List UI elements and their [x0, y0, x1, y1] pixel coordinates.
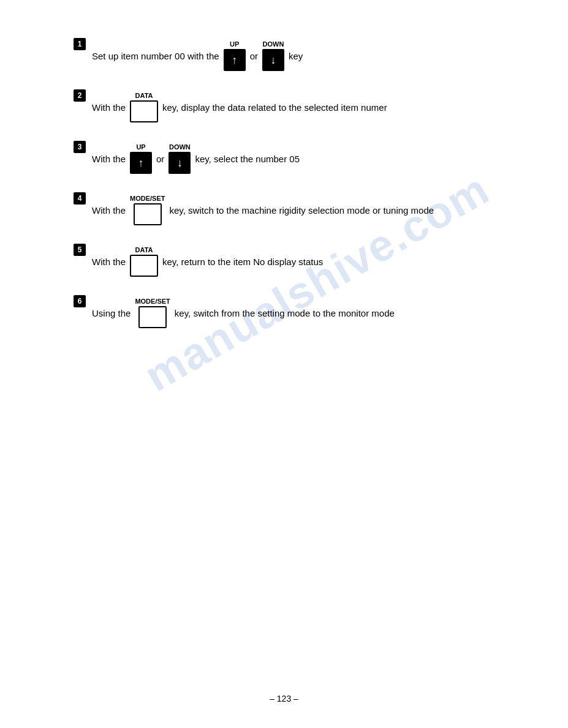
modeset-label-6: MODE/SET	[135, 298, 170, 305]
step-1-suffix: key	[289, 50, 303, 62]
step-6-row: Using the MODE/SET key, switch from the …	[92, 298, 395, 328]
step-1-row: Set up item number 00 with the UP ↑ or D…	[92, 40, 303, 71]
data-label-2: DATA	[135, 92, 153, 99]
data-label-5: DATA	[135, 246, 153, 253]
step-1-body: Set up item number 00 with the UP ↑ or D…	[92, 37, 303, 71]
step-5-prefix: With the	[92, 255, 126, 268]
step-1-or: or	[250, 50, 258, 62]
step-number-2: 2	[74, 89, 86, 102]
step-5: 5 With the DATA key, return to the item …	[74, 242, 519, 277]
step-number-3: 3	[74, 141, 86, 153]
page-content: manualshive.com 1 Set up item number 00 …	[0, 0, 568, 382]
down-label-1: DOWN	[263, 40, 284, 48]
modeset-key-4	[134, 203, 162, 225]
data-key-btn-5: DATA	[130, 246, 158, 277]
up-key-1: ↑	[224, 49, 246, 71]
down-key-btn-3: DOWN ↓	[169, 143, 191, 174]
step-3-prefix: With the	[92, 152, 126, 165]
down-key-btn-1: DOWN ↓	[262, 40, 284, 71]
up-label-1: UP	[230, 40, 239, 48]
step-2-prefix: With the	[92, 101, 126, 114]
step-4-prefix: With the	[92, 204, 126, 217]
step-3-suffix: key, select the number 05	[195, 152, 300, 165]
modeset-key-btn-4: MODE/SET	[130, 195, 165, 225]
modeset-label-4: MODE/SET	[130, 195, 165, 202]
step-number-6: 6	[74, 295, 86, 307]
up-key-btn-3: UP ↑	[130, 143, 152, 174]
step-number-5: 5	[74, 244, 86, 256]
step-6: 6 Using the MODE/SET key, switch from th…	[74, 294, 519, 328]
step-2: 2 With the DATA key, display the data re…	[74, 88, 519, 122]
data-key-2	[130, 100, 158, 122]
modeset-key-btn-6: MODE/SET	[135, 298, 170, 328]
step-4-body: With the MODE/SET key, switch to the mac…	[92, 191, 434, 225]
step-3-body: With the UP ↑ or DOWN ↓ key, select the …	[92, 140, 300, 174]
data-key-5	[130, 255, 158, 277]
step-2-body: With the DATA key, display the data rela…	[92, 88, 387, 122]
step-5-suffix: key, return to the item No display statu…	[162, 255, 323, 268]
step-5-row: With the DATA key, return to the item No…	[92, 246, 323, 277]
step-4-suffix: key, switch to the machine rigidity sele…	[169, 204, 434, 217]
step-3-row: With the UP ↑ or DOWN ↓ key, select the …	[92, 143, 300, 174]
step-2-suffix: key, display the data related to the sel…	[162, 101, 387, 114]
step-5-body: With the DATA key, return to the item No…	[92, 242, 323, 277]
step-4: 4 With the MODE/SET key, switch to the m…	[74, 191, 519, 225]
step-6-body: Using the MODE/SET key, switch from the …	[92, 294, 395, 328]
step-1: 1 Set up item number 00 with the UP ↑ or…	[74, 37, 519, 71]
step-6-suffix: key, switch from the setting mode to the…	[175, 307, 395, 320]
up-key-btn-1: UP ↑	[224, 40, 246, 71]
step-6-prefix: Using the	[92, 307, 131, 320]
step-number-4: 4	[74, 192, 86, 205]
data-key-btn-2: DATA	[130, 92, 158, 122]
step-3-or: or	[156, 152, 164, 165]
modeset-key-6	[138, 306, 167, 328]
step-3: 3 With the UP ↑ or DOWN ↓ key, select th…	[74, 140, 519, 174]
step-number-1: 1	[74, 38, 86, 50]
step-1-prefix: Set up item number 00 with the	[92, 50, 219, 62]
page-footer: – 123 –	[0, 694, 568, 704]
step-2-row: With the DATA key, display the data rela…	[92, 92, 387, 122]
down-key-3: ↓	[169, 152, 191, 174]
up-label-3: UP	[136, 143, 145, 151]
up-key-3: ↑	[130, 152, 152, 174]
down-key-1: ↓	[262, 49, 284, 71]
down-label-3: DOWN	[169, 143, 191, 151]
step-4-row: With the MODE/SET key, switch to the mac…	[92, 195, 434, 225]
page-number: – 123 –	[270, 694, 298, 704]
